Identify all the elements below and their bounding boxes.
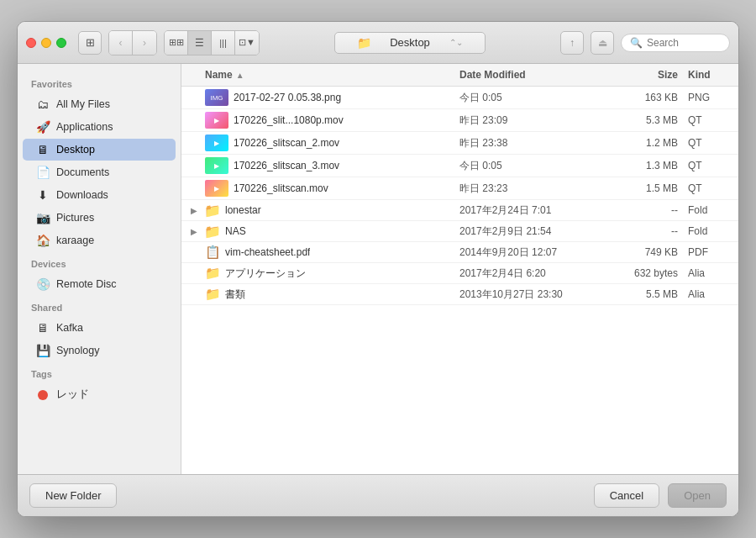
- sidebar-item-karaage[interactable]: 🏠 karaage: [23, 229, 176, 251]
- col-size-header[interactable]: Size: [612, 69, 688, 81]
- file-date: 今日 0:05: [453, 91, 612, 105]
- file-kind: PDF: [688, 246, 738, 258]
- new-folder-button[interactable]: New Folder: [29, 483, 117, 508]
- file-cell-name: ▶ 170226_slitscan_2.mov: [181, 134, 453, 151]
- sidebar-item-label: Remote Disc: [56, 278, 117, 290]
- expand-btn: [188, 246, 200, 258]
- table-row[interactable]: ▶ 170226_slitscan.mov 昨日 23:23 1.5 MB QT: [181, 177, 738, 200]
- sidebar-item-label: All My Files: [56, 98, 110, 110]
- expand-btn[interactable]: ▶: [188, 204, 200, 216]
- sidebar-item-label: Synology: [56, 345, 99, 356]
- eject-button[interactable]: ⏏: [591, 31, 614, 55]
- file-name: 2017-02-27 0.05.38.png: [234, 92, 341, 103]
- file-name: 170226_slit...1080p.mov: [234, 114, 344, 126]
- maximize-button[interactable]: [56, 38, 66, 48]
- sidebar-item-tag-red[interactable]: レッド: [23, 383, 176, 406]
- file-size: 1.2 MB: [612, 137, 688, 149]
- table-row[interactable]: 📁 アプリケーション 2017年2月4日 6:20 632 bytes Alia: [181, 263, 738, 284]
- pictures-icon: 📷: [36, 211, 50, 224]
- file-name: アプリケーション: [225, 266, 306, 281]
- column-view-button[interactable]: |||: [212, 31, 235, 55]
- table-row[interactable]: ▶ 170226_slit...1080p.mov 昨日 23:09 5.3 M…: [181, 109, 738, 132]
- documents-icon: 📄: [36, 166, 50, 179]
- icon-view-button[interactable]: ⊞⊞: [165, 31, 188, 55]
- col-date-header[interactable]: Date Modified: [453, 69, 612, 81]
- list-view-button[interactable]: ☰: [188, 31, 212, 55]
- table-row[interactable]: 📁 書類 2013年10月27日 23:30 5.5 MB Alia: [181, 284, 738, 305]
- file-size: 1.3 MB: [612, 160, 688, 171]
- open-button[interactable]: Open: [668, 483, 727, 508]
- tags-label: Tags: [18, 362, 181, 382]
- sidebar-item-remote-disc[interactable]: 💿 Remote Disc: [23, 273, 176, 295]
- shared-label: Shared: [18, 296, 181, 316]
- coverflow-view-button[interactable]: ⊡▼: [235, 31, 259, 55]
- col-kind-header[interactable]: Kind: [688, 69, 738, 81]
- pdf-icon: 📋: [205, 245, 220, 260]
- location-chevron: ⌃⌄: [435, 38, 476, 47]
- table-row[interactable]: ▶ 📁 lonestar 2017年2月24日 7:01 -- Fold: [181, 200, 738, 221]
- folder-icon: 📁: [344, 36, 385, 50]
- file-kind: Fold: [688, 225, 738, 237]
- file-kind: QT: [688, 137, 738, 149]
- sidebar-item-synology[interactable]: 💾 Synology: [23, 340, 176, 361]
- filelist: Name ▲ Date Modified Size Kind IMG 2017-…: [181, 64, 738, 474]
- expand-btn[interactable]: ▶: [188, 225, 200, 237]
- table-row[interactable]: ▶ 170226_slitscan_2.mov 昨日 23:38 1.2 MB …: [181, 132, 738, 155]
- file-kind: QT: [688, 160, 738, 171]
- main-area: Favorites 🗂 All My Files 🚀 Applications …: [18, 64, 738, 474]
- sidebar-item-applications[interactable]: 🚀 Applications: [23, 116, 176, 138]
- minimize-button[interactable]: [41, 38, 51, 48]
- file-name: 170226_slitscan_3.mov: [234, 160, 339, 171]
- file-name: 170226_slitscan_2.mov: [234, 137, 339, 149]
- titlebar: ⊞ ‹ › ⊞⊞ ☰ ||| ⊡▼ 📁 Desktop ⌃⌄ ↑ ⏏ 🔍: [18, 22, 738, 64]
- file-size: 5.3 MB: [612, 114, 688, 126]
- sidebar-item-label: karaage: [56, 235, 94, 246]
- file-date: 2014年9月20日 12:07: [453, 245, 612, 260]
- file-size: --: [612, 225, 688, 237]
- table-row[interactable]: 📋 vim-cheatsheet.pdf 2014年9月20日 12:07 74…: [181, 242, 738, 263]
- sidebar-item-pictures[interactable]: 📷 Pictures: [23, 207, 176, 229]
- karaage-icon: 🏠: [36, 234, 50, 247]
- sidebar-item-kafka[interactable]: 🖥 Kafka: [23, 317, 176, 339]
- col-name-header[interactable]: Name ▲: [181, 69, 453, 81]
- file-size: 163 KB: [612, 92, 688, 103]
- location-bar[interactable]: 📁 Desktop ⌃⌄: [334, 32, 486, 54]
- synology-icon: 💾: [36, 344, 50, 357]
- sort-arrow-icon: ▲: [236, 71, 244, 80]
- expand-btn: [188, 92, 200, 103]
- file-date: 2013年10月27日 23:30: [453, 287, 612, 302]
- file-cell-name: 📋 vim-cheatsheet.pdf: [181, 245, 453, 260]
- folder-icon: 📁: [205, 203, 220, 218]
- share-button[interactable]: ↑: [560, 31, 584, 55]
- sidebar-item-documents[interactable]: 📄 Documents: [23, 161, 176, 183]
- back-button[interactable]: ‹: [109, 31, 133, 55]
- file-date: 2017年2月24日 7:01: [453, 203, 612, 218]
- downloads-icon: ⬇: [36, 188, 50, 202]
- search-box[interactable]: 🔍: [621, 34, 730, 52]
- sidebar-toggle-button[interactable]: ⊞: [78, 31, 102, 55]
- file-cell-name: ▶ 170226_slitscan.mov: [181, 180, 453, 197]
- all-my-files-icon: 🗂: [36, 98, 50, 111]
- sidebar-item-downloads[interactable]: ⬇ Downloads: [23, 184, 176, 206]
- expand-btn: [188, 288, 200, 300]
- forward-button[interactable]: ›: [133, 31, 156, 55]
- table-row[interactable]: ▶ 170226_slitscan_3.mov 今日 0:05 1.3 MB Q…: [181, 155, 738, 177]
- bottombar: New Folder Cancel Open: [18, 474, 738, 516]
- expand-btn: [188, 137, 200, 149]
- sidebar-item-desktop[interactable]: 🖥 Desktop: [23, 139, 176, 161]
- file-name: lonestar: [225, 204, 261, 216]
- file-kind: Fold: [688, 204, 738, 216]
- file-thumbnail: ▶: [205, 134, 228, 151]
- sidebar-item-all-my-files[interactable]: 🗂 All My Files: [23, 93, 176, 115]
- table-row[interactable]: IMG 2017-02-27 0.05.38.png 今日 0:05 163 K…: [181, 87, 738, 109]
- expand-btn: [188, 267, 200, 279]
- desktop-icon: 🖥: [36, 143, 50, 156]
- table-row[interactable]: ▶ 📁 NAS 2017年2月9日 21:54 -- Fold: [181, 221, 738, 242]
- file-date: 2017年2月9日 21:54: [453, 224, 612, 239]
- search-input[interactable]: [647, 37, 721, 49]
- file-name: vim-cheatsheet.pdf: [225, 246, 310, 258]
- close-button[interactable]: [26, 38, 36, 48]
- file-kind: Alia: [688, 288, 738, 300]
- folder-icon: 📁: [205, 224, 220, 239]
- cancel-button[interactable]: Cancel: [594, 483, 659, 508]
